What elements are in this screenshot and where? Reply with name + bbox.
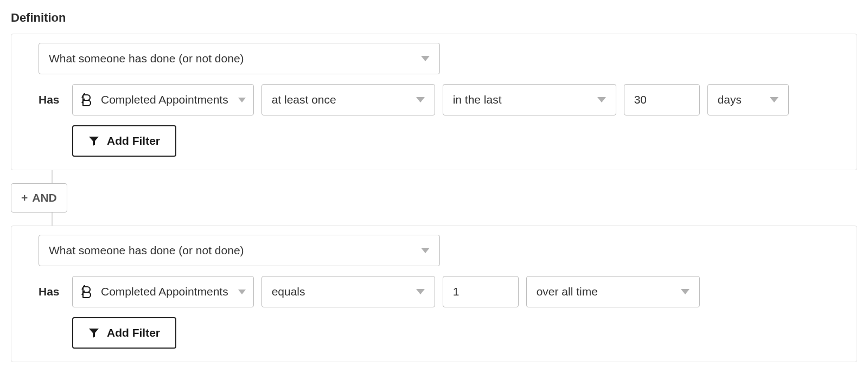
add-filter-label: Add Filter [107, 326, 160, 339]
has-label: Has [39, 285, 65, 298]
add-filter-button[interactable]: Add Filter [72, 317, 176, 349]
has-label: Has [39, 93, 65, 106]
svg-marker-7 [416, 289, 425, 294]
unit-label: days [718, 93, 760, 106]
and-connector-button[interactable]: + AND [11, 183, 67, 213]
chevron-down-icon [681, 289, 690, 294]
filter-icon [88, 136, 99, 146]
metric-label: Completed Appointments [101, 285, 228, 298]
svg-marker-3 [597, 97, 606, 102]
operator-select[interactable]: equals [261, 276, 435, 307]
condition-type-label: What someone has done (or not done) [49, 52, 411, 65]
chevron-down-icon [421, 248, 430, 253]
timeframe-select[interactable]: in the last [443, 84, 616, 115]
condition-type-select[interactable]: What someone has done (or not done) [39, 235, 440, 266]
operator-label: equals [272, 285, 406, 298]
condition-type-label: What someone has done (or not done) [49, 244, 411, 257]
value-input[interactable] [443, 276, 519, 307]
chevron-down-icon [421, 56, 430, 61]
unit-select[interactable]: days [707, 84, 789, 115]
metric-select[interactable]: Completed Appointments [72, 84, 254, 115]
add-filter-button[interactable]: Add Filter [72, 125, 176, 157]
plus-icon: + [21, 191, 28, 204]
chevron-down-icon [238, 290, 246, 294]
condition-type-select[interactable]: What someone has done (or not done) [39, 43, 440, 74]
chevron-down-icon [416, 97, 425, 102]
and-label: AND [32, 191, 57, 204]
condition-card-2: What someone has done (or not done) Has … [11, 226, 857, 362]
frequency-select[interactable]: at least once [261, 84, 435, 115]
timeframe-label: in the last [453, 93, 588, 106]
svg-marker-1 [238, 98, 246, 102]
boulevard-icon [80, 285, 93, 298]
chevron-down-icon [416, 289, 425, 294]
timeframe-label: over all time [537, 285, 671, 298]
svg-marker-8 [681, 289, 690, 294]
svg-marker-6 [238, 290, 246, 294]
boulevard-icon [80, 93, 93, 106]
section-title: Definition [11, 11, 857, 25]
add-filter-label: Add Filter [107, 134, 160, 147]
svg-marker-0 [421, 56, 430, 61]
condition-card-1: What someone has done (or not done) Has … [11, 34, 857, 170]
timeframe-select[interactable]: over all time [526, 276, 700, 307]
svg-marker-4 [770, 97, 778, 102]
filter-icon [88, 327, 99, 338]
chevron-down-icon [770, 97, 778, 102]
frequency-label: at least once [272, 93, 406, 106]
metric-select[interactable]: Completed Appointments [72, 276, 254, 307]
svg-marker-5 [421, 248, 430, 253]
svg-marker-2 [416, 97, 425, 102]
chevron-down-icon [238, 98, 246, 102]
metric-label: Completed Appointments [101, 93, 228, 106]
number-input[interactable] [624, 84, 700, 115]
chevron-down-icon [597, 97, 606, 102]
conditions-container: What someone has done (or not done) Has … [11, 34, 857, 362]
